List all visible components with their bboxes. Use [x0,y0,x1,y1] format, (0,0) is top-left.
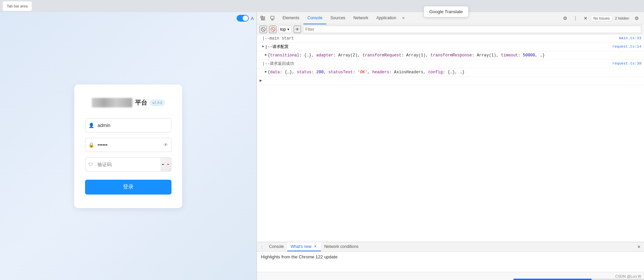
console-response-text: {data: {…}, status: 200, statusText: 'OK… [268,69,464,75]
bottom-content-text: Highlights from the Chrome 122 update [261,254,338,259]
console-entry-request-success: |--请求返回成功 request.ts:39 [257,60,644,68]
tab-application[interactable]: Application [372,12,400,24]
hidden-badge[interactable]: 2 hidden [613,16,631,21]
login-card: 平台 v2.9.0 👤 🔒 👁 🛡 [74,84,182,208]
svg-rect-5 [271,16,274,19]
lock-icon: 🔒 [88,142,94,148]
console-text-main-start: |--main start [262,35,294,42]
bottom-more-button[interactable]: ⋮ [258,242,266,252]
translate-popup: Google Translate [424,6,468,17]
expand-request-config[interactable]: ▶ [262,44,264,49]
console-text-request-success: |--请求返回成功 [262,61,294,67]
captcha-dash: - [161,161,165,168]
context-selector[interactable]: top ▼ [278,26,292,33]
bottom-tab-console[interactable]: Console [266,242,287,251]
bottom-tab-networkconditions[interactable]: Network conditions [321,242,362,251]
tab-elements[interactable]: Elements [278,12,303,24]
issues-badge: No Issues [591,15,612,21]
platform-text: 平台 [135,99,147,107]
clear-console-button[interactable] [260,26,267,33]
devtools-right-controls: ⚙ ⋮ ✕ No Issues 2 hidden ⚙ [561,14,641,23]
username-input[interactable] [85,118,171,132]
tab-console[interactable]: Console [303,12,326,24]
progress-bar-inner [513,279,592,280]
expand-object-config[interactable]: ▶ [265,52,267,57]
console-object-config-text: {transitional: {…}, adapter: Array(2), t… [268,52,545,58]
eye-icon[interactable]: 👁 [163,142,168,148]
console-link-request-config[interactable]: request.ts:14 [610,44,641,50]
expand-response-object[interactable]: ▶ [265,69,267,74]
progress-bar [513,279,644,280]
close-whatsnew-tab[interactable]: ✕ [313,244,318,249]
eye-filter-icon[interactable]: 👁 [294,26,301,33]
tab-item[interactable]: Tab bar area [3,1,32,11]
bottom-content-area: Highlights from the Chrome 122 update [257,252,644,272]
close-bottom-panel-button[interactable]: ✕ [635,242,643,252]
bottom-tabs-bar: ⋮ Console What's new ✕ Network condition… [257,242,644,252]
more-options-button[interactable]: ⋮ [571,14,580,23]
bottom-footer: CSDN @Lun.W [257,272,644,280]
password-input[interactable] [85,138,171,152]
language-toggle-area: A [237,15,254,22]
captcha-text-p2: -5 [166,160,171,168]
console-filter-bar: 🚫 top ▼ 👁 [257,24,644,34]
console-entry-request-config: ▶ |--请求配置 request.ts:14 [257,43,644,51]
tab-more[interactable]: » [400,12,407,24]
console-text-request-config: |--请求配置 [265,44,289,50]
inspect-element-button[interactable] [258,14,268,23]
tab-network[interactable]: Network [349,12,372,24]
captcha-input[interactable] [85,157,161,172]
console-filter-input[interactable] [303,26,641,33]
login-logo [92,98,132,107]
console-entry-object-config: ▶ {transitional: {…}, adapter: Array(2),… [257,51,644,60]
main-content: A 平台 v2.9.0 👤 🔒 👁 [0,12,644,280]
console-link-main-start[interactable]: main.ts:33 [616,35,641,41]
shield-icon: 🛡 [88,162,93,167]
console-entry-response-object: ▶ {data: {…}, status: 200, statusText: '… [257,68,644,77]
user-icon: 👤 [88,123,94,128]
devtools-bottom: ⋮ Console What's new ✕ Network condition… [257,242,644,280]
webpage-panel: A 平台 v2.9.0 👤 🔒 👁 [0,12,257,280]
console-link-request-success[interactable]: request.ts:39 [610,61,641,67]
expand-arrow-btn[interactable]: ▶ [260,78,262,84]
block-icon[interactable]: 🚫 [269,26,276,33]
language-toggle-switch[interactable] [237,15,249,22]
version-badge: v2.9.0 [150,100,165,106]
password-group: 🔒 👁 [85,138,171,152]
console-output: |--main start main.ts:33 ▶ |--请求配置 reque… [257,34,644,242]
login-button[interactable]: 登录 [85,180,171,195]
bottom-tab-whatsnew[interactable]: What's new ✕ [287,242,321,251]
console-entry-main-start: |--main start main.ts:33 [257,34,644,43]
footer-credit: CSDN @Lun.W [615,274,641,278]
login-title-row: 平台 v2.9.0 [85,98,171,107]
tab-sources[interactable]: Sources [326,12,349,24]
translate-popup-label: Google Translate [429,9,463,14]
captcha-wrapper: 🛡 P· - -5 = [85,157,171,172]
close-devtools-button[interactable]: ✕ [581,14,590,23]
settings-button[interactable]: ⚙ [561,14,570,23]
language-label: A [251,16,254,21]
svg-line-8 [262,28,264,30]
svg-rect-6 [272,19,273,20]
username-group: 👤 [85,118,171,132]
svg-rect-0 [261,16,263,18]
captcha-group: 🛡 P· - -5 = [85,157,171,172]
console-entry-expand-arrow: ▶ [257,77,644,85]
issues-settings-button[interactable]: ⚙ [632,14,641,23]
captcha-image[interactable]: P· - -5 = [161,157,171,172]
devtools-panel: Elements Console Sources Network Applica… [257,12,644,280]
devtools-tabs: Elements Console Sources Network Applica… [278,12,407,24]
device-toggle-button[interactable] [268,14,277,23]
browser-topbar: Tab bar area [0,0,644,12]
